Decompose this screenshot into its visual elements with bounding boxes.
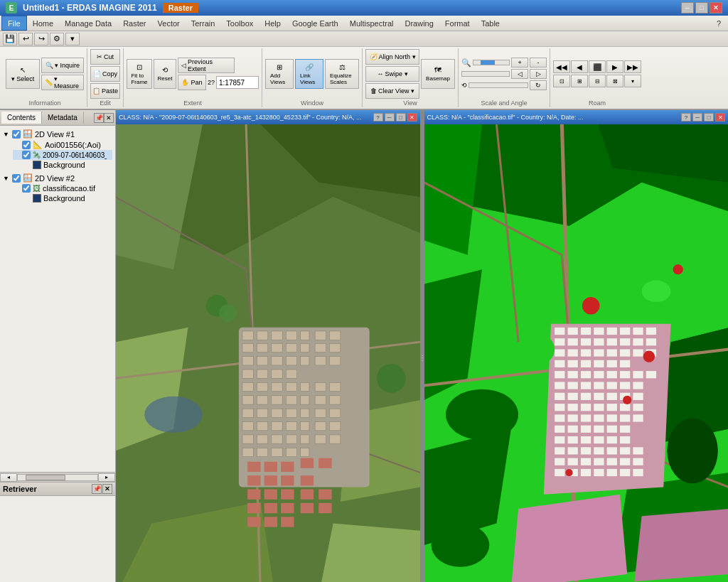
quick-access-bar: 💾 ↩ ↪ ⚙ ▾: [0, 31, 728, 47]
view1-info-btn[interactable]: ?: [373, 113, 383, 122]
view2-content[interactable]: [424, 124, 729, 582]
copy-button[interactable]: 📄 Copy: [90, 66, 120, 82]
maximize-button[interactable]: □: [695, 2, 708, 14]
tree-item-satellite[interactable]: 🛰 2009-07-06t140603_re5: [13, 150, 112, 160]
tree-item-classification[interactable]: 🖼 classificacao.tif: [13, 183, 112, 193]
roam-btn2[interactable]: ⊞: [571, 75, 588, 87]
equalize-scales-button[interactable]: ⚖ Equalize Scales: [325, 59, 359, 89]
menu-raster[interactable]: Raster: [117, 16, 151, 31]
expand-icon-view2[interactable]: ▼: [3, 175, 10, 182]
view2-checkbox[interactable]: [12, 174, 21, 183]
close-button[interactable]: ✕: [710, 2, 722, 14]
clear-view-button[interactable]: 🗑 Clear View ▾: [365, 83, 419, 99]
menu-drawing[interactable]: Drawing: [399, 16, 439, 31]
aoi-checkbox[interactable]: [22, 141, 31, 149]
bg2-color: [33, 194, 41, 203]
menu-terrain[interactable]: Terrain: [186, 16, 221, 31]
menu-table[interactable]: Table: [476, 16, 505, 31]
view2-maximize-btn[interactable]: □: [704, 113, 714, 122]
previous-extent-button[interactable]: ◁ Previous Extent: [178, 58, 235, 73]
retriever-pin-btn[interactable]: 📌: [92, 484, 102, 494]
minimize-button[interactable]: ─: [681, 2, 694, 14]
scale-btn1[interactable]: ◁: [511, 69, 528, 79]
tree-item-bg1[interactable]: Background: [13, 160, 112, 170]
scroll-left-btn[interactable]: ◂: [0, 473, 17, 482]
classification-checkbox[interactable]: [22, 184, 31, 193]
view2-info-btn[interactable]: ?: [681, 113, 691, 122]
select-button[interactable]: ↖ ▾ Select: [6, 59, 40, 89]
roam-prev-btn[interactable]: ◀◀: [553, 60, 570, 73]
roam-play-btn[interactable]: ▶: [606, 60, 623, 73]
cut-button[interactable]: ✂ Cut: [90, 49, 120, 65]
view2-minimize-btn[interactable]: ─: [692, 113, 702, 122]
menu-multispectral[interactable]: Multispectral: [344, 16, 400, 31]
qa-redo[interactable]: ↪: [34, 33, 48, 45]
fit-to-frame-button[interactable]: ⊡ Fit toFrame: [127, 59, 152, 89]
zoom-in-btn[interactable]: +: [511, 58, 528, 68]
svg-rect-178: [594, 426, 604, 433]
svg-rect-54: [330, 409, 341, 417]
expand-icon-view1[interactable]: ▼: [3, 131, 10, 138]
menu-file[interactable]: File: [1, 16, 27, 31]
paste-button[interactable]: 📋 Paste: [90, 83, 120, 99]
pan-button[interactable]: ✋ Pan: [178, 75, 206, 90]
roam-btn3[interactable]: ⊟: [589, 75, 606, 87]
measure-button[interactable]: 📏 ▾ Measure: [41, 75, 84, 90]
zoom-out-btn[interactable]: -: [530, 58, 547, 68]
retriever-close-btn[interactable]: ✕: [102, 484, 112, 494]
view1-checkbox[interactable]: [12, 130, 21, 139]
link-views-button[interactable]: 🔗 Link Views: [295, 59, 323, 89]
qa-settings[interactable]: ⚙: [50, 33, 64, 45]
align-north-button[interactable]: 🧭 Align North ▾: [365, 49, 419, 65]
view1-minimize-btn[interactable]: ─: [385, 113, 395, 122]
scale-input[interactable]: [216, 76, 259, 89]
retriever-header: Retriever 📌 ✕: [0, 483, 115, 496]
menu-toolbox[interactable]: Toolbox: [220, 16, 259, 31]
svg-rect-184: [594, 436, 604, 443]
roam-btn1[interactable]: ⊡: [553, 75, 570, 87]
menu-home[interactable]: Home: [27, 16, 59, 31]
roam-back-btn[interactable]: ◀: [571, 60, 588, 73]
scale-btn2[interactable]: ▷: [530, 69, 547, 79]
add-views-button[interactable]: ⊞ Add Views: [265, 59, 294, 89]
view1-content[interactable]: [116, 124, 420, 582]
roam-stop-btn[interactable]: ⬛: [589, 60, 606, 73]
menu-help[interactable]: Help: [259, 16, 287, 31]
rotate-btn[interactable]: ↻: [530, 80, 547, 90]
tree-item-view1[interactable]: ▼ 🪟 2D View #1: [3, 129, 112, 139]
tree-item-aoi[interactable]: 📐 Aoi001556(:Aoi): [13, 139, 112, 150]
satellite-checkbox[interactable]: [22, 151, 31, 159]
qa-extra[interactable]: ▾: [65, 33, 80, 45]
edit-group: ✂ Cut 📄 Copy 📋 Paste Edit: [87, 48, 124, 107]
tree-item-view2[interactable]: ▼ 🪟 2D View #2: [3, 173, 112, 183]
swipe-button[interactable]: ↔ Swipe ▾: [365, 66, 419, 82]
menu-manage-data[interactable]: Manage Data: [59, 16, 117, 31]
tab-metadata[interactable]: Metadata: [42, 112, 84, 124]
view1-close-btn[interactable]: ✕: [407, 113, 417, 122]
reset-button[interactable]: ⟲ Reset: [154, 59, 176, 89]
scroll-right-btn[interactable]: ▸: [98, 473, 115, 482]
roam-next-btn[interactable]: ▶▶: [624, 60, 641, 73]
qa-undo[interactable]: ↩: [18, 33, 33, 45]
view1-maximize-btn[interactable]: □: [396, 113, 406, 122]
menu-google-earth[interactable]: Google Earth: [287, 16, 344, 31]
tree-item-bg2[interactable]: Background: [13, 193, 112, 203]
roam-btn4[interactable]: ⊠: [606, 75, 623, 87]
menu-format[interactable]: Format: [439, 16, 476, 31]
panel-close-btn[interactable]: ✕: [104, 113, 114, 123]
view2-close-btn[interactable]: ✕: [715, 113, 725, 122]
view-group: 🧭 Align North ▾ ↔ Swipe ▾ 🗑 Clear View ▾…: [363, 48, 459, 107]
menu-help-icon[interactable]: ?: [711, 16, 727, 31]
retriever-title: Retriever: [3, 485, 37, 493]
basemap-button[interactable]: 🗺 Basemap: [421, 59, 455, 89]
svg-rect-156: [580, 393, 590, 400]
aoi-label: Aoi001556(:Aoi): [45, 141, 101, 149]
svg-rect-124: [646, 338, 655, 345]
left-panel-scrollbar[interactable]: ◂ ▸: [0, 472, 115, 482]
panel-pin-btn[interactable]: 📌: [94, 113, 104, 123]
roam-btn5[interactable]: ▾: [624, 75, 641, 87]
menu-vector[interactable]: Vector: [152, 16, 186, 31]
inquire-button[interactable]: 🔍 ▾ Inquire: [41, 58, 84, 73]
tab-contents[interactable]: Contents: [1, 112, 42, 124]
qa-save[interactable]: 💾: [3, 33, 17, 45]
